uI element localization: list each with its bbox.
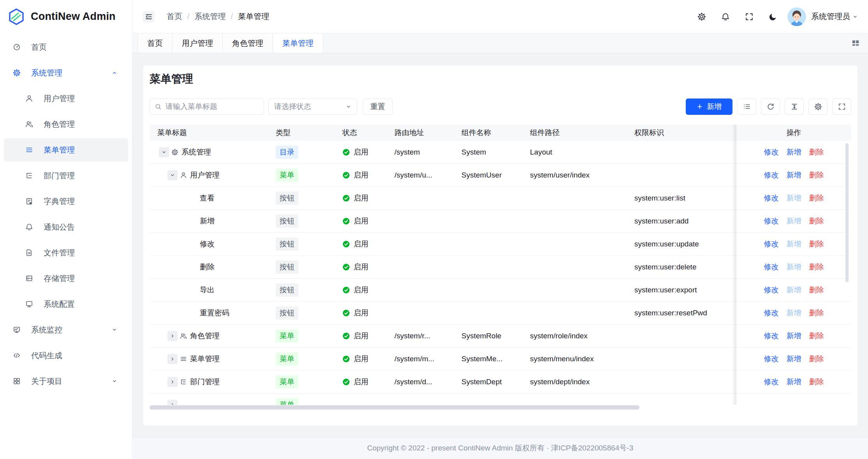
settings-gear-icon[interactable] (697, 12, 706, 21)
expand-row-button[interactable] (167, 400, 178, 405)
list-view-button[interactable] (737, 98, 756, 115)
delete-link[interactable]: 删除 (809, 216, 824, 226)
add-link[interactable]: 新增 (787, 354, 801, 364)
page-title: 菜单管理 (150, 73, 193, 85)
fullscreen-icon[interactable] (745, 12, 754, 21)
notification-bell-icon[interactable] (721, 12, 730, 21)
tab-menus-active[interactable]: 菜单管理 (273, 33, 323, 53)
sidebar-item-users[interactable]: 用户管理 (4, 87, 128, 110)
dark-mode-moon-icon[interactable] (769, 12, 777, 21)
permission: system:user:export (629, 286, 736, 294)
tab-bar: 首页 用户管理 角色管理 菜单管理 (132, 33, 868, 53)
table-row: 菜单管理 菜单 启用 /system/m... SystemMe... syst… (150, 348, 851, 371)
delete-link[interactable]: 删除 (809, 239, 824, 249)
menu-table: 菜单标题 类型 状态 路由地址 组件名称 组件路径 权限标识 操作 系统管理 目… (150, 125, 851, 405)
top-bar-actions: 系统管理员 (682, 7, 858, 26)
add-link[interactable]: 新增 (787, 170, 801, 180)
delete-link[interactable]: 删除 (809, 377, 824, 387)
edit-link[interactable]: 修改 (764, 262, 779, 272)
add-link-disabled: 新增 (787, 193, 801, 203)
add-link[interactable]: 新增 (787, 377, 801, 387)
edit-link[interactable]: 修改 (764, 239, 779, 249)
add-button[interactable]: 新增 (686, 98, 732, 115)
edit-link[interactable]: 修改 (764, 377, 779, 387)
breadcrumb-item[interactable]: 首页 (167, 11, 182, 22)
breadcrumb-separator: / (231, 12, 233, 21)
reset-button[interactable]: 重置 (363, 98, 393, 115)
sidebar-item-notices[interactable]: 通知公告 (4, 215, 128, 239)
menu-title: 查看 (200, 193, 215, 203)
sidebar-item-monitor[interactable]: 系统监控 (4, 318, 128, 341)
sidebar-item-home[interactable]: 首页 (4, 35, 128, 59)
sidebar-item-depts[interactable]: 部门管理 (4, 164, 128, 187)
search-input[interactable] (166, 102, 259, 111)
edit-link[interactable]: 修改 (764, 147, 779, 157)
status-select[interactable]: 请选择状态 (268, 98, 357, 115)
chevron-right-icon (170, 333, 175, 339)
sidebar-item-label: 通知公告 (44, 222, 75, 232)
table-row: 删除 按钮 启用 system:user:delete 修改 新增 删除 (150, 256, 851, 279)
sidebar-item-dicts[interactable]: 字典管理 (4, 190, 128, 213)
edit-link[interactable]: 修改 (764, 331, 779, 341)
collapse-sidebar-button[interactable] (143, 11, 155, 23)
tab-roles[interactable]: 角色管理 (223, 33, 273, 53)
storage-icon (25, 274, 33, 282)
expand-row-button[interactable] (167, 377, 178, 387)
avatar[interactable] (787, 7, 806, 26)
sidebar-item-about[interactable]: 关于项目 (4, 369, 128, 393)
delete-link[interactable]: 删除 (809, 285, 824, 295)
delete-link[interactable]: 删除 (809, 147, 824, 157)
sidebar-item-config[interactable]: 系统配置 (4, 292, 128, 316)
delete-link[interactable]: 删除 (809, 308, 824, 318)
sidebar-item-roles[interactable]: 角色管理 (4, 113, 128, 136)
tab-users[interactable]: 用户管理 (173, 33, 223, 53)
delete-link[interactable]: 删除 (809, 331, 824, 341)
expand-row-button[interactable] (167, 354, 178, 364)
vertical-scrollbar-thumb[interactable] (845, 143, 849, 282)
sidebar-item-storage[interactable]: 存储管理 (4, 267, 128, 290)
bell-icon (25, 223, 33, 231)
sidebar-item-codegen[interactable]: 代码生成 (4, 344, 128, 367)
table-fullscreen-button[interactable] (832, 98, 851, 115)
add-link[interactable]: 新增 (787, 147, 801, 157)
edit-link[interactable]: 修改 (764, 308, 779, 318)
edit-link[interactable]: 修改 (764, 193, 779, 203)
menu-title: 导出 (200, 285, 215, 295)
column-settings-button[interactable] (808, 98, 828, 115)
collapse-row-button[interactable] (167, 170, 178, 180)
tab-home[interactable]: 首页 (137, 33, 173, 53)
table-row: 用户管理 菜单 启用 /system/u... SystemUser syste… (150, 164, 851, 187)
chevron-down-icon[interactable] (852, 14, 858, 19)
logo: ContiNew Admin (0, 0, 132, 33)
status-badge: 启用 (342, 377, 368, 387)
edit-link[interactable]: 修改 (764, 354, 779, 364)
collapse-row-button[interactable] (159, 147, 169, 157)
user-name[interactable]: 系统管理员 (811, 11, 850, 22)
refresh-button[interactable] (761, 98, 780, 115)
add-link[interactable]: 新增 (787, 331, 801, 341)
breadcrumb-item[interactable]: 系统管理 (195, 11, 226, 22)
delete-link[interactable]: 删除 (809, 170, 824, 180)
tab-layout-grid-icon[interactable] (851, 39, 860, 47)
expand-row-button[interactable] (167, 331, 178, 341)
horizontal-scrollbar[interactable] (150, 405, 851, 410)
delete-link[interactable]: 删除 (809, 262, 824, 272)
edit-link[interactable]: 修改 (764, 216, 779, 226)
delete-link[interactable]: 删除 (809, 193, 824, 203)
edit-link[interactable]: 修改 (764, 285, 779, 295)
sidebar-item-menus[interactable]: 菜单管理 (4, 138, 128, 162)
sidebar-item-system[interactable]: 系统管理 (4, 61, 128, 84)
edit-link[interactable]: 修改 (764, 170, 779, 180)
permission: system:user:list (629, 194, 736, 202)
component-path: system/menu/index (525, 355, 629, 363)
line-height-icon (791, 103, 798, 111)
row-height-button[interactable] (785, 98, 804, 115)
sidebar-item-files[interactable]: 文件管理 (4, 241, 128, 264)
chevron-down-icon (112, 378, 117, 384)
column-header: 状态 (337, 128, 389, 138)
delete-link[interactable]: 删除 (809, 354, 824, 364)
footer: Copyright © 2022 - present ContiNew Admi… (132, 437, 868, 459)
check-circle-icon (342, 263, 350, 271)
horizontal-scrollbar-thumb[interactable] (150, 405, 639, 410)
sidebar-item-label: 系统管理 (31, 68, 62, 78)
